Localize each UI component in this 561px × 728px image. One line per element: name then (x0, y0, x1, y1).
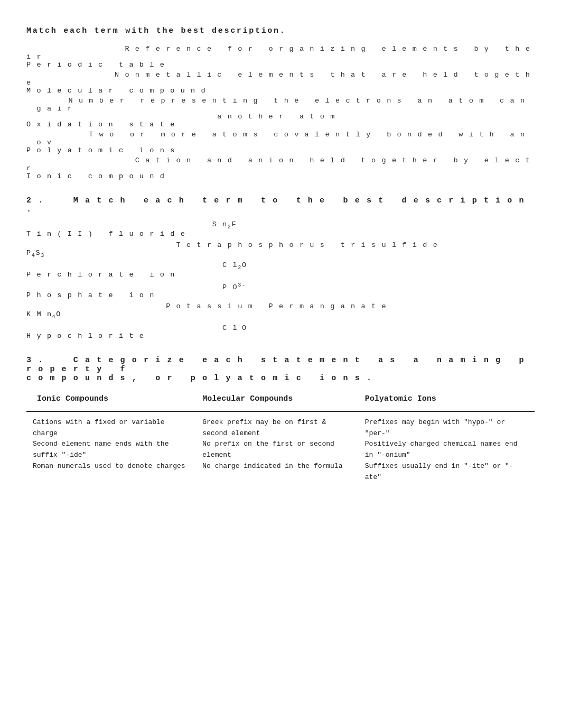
match-pair-5: P o t a s s i u m P e r m a n g a n a t … (26, 302, 535, 320)
match-item-4: T w o o r m o r e a t o m s c o v a l e … (26, 131, 535, 154)
match-pair-1: S n2F T i n ( I I ) f l u o r i d e (26, 220, 535, 238)
section2-title: 2 . M a t c h e a c h t e r m t o t h e … (26, 196, 535, 214)
categorize-row: Cations with a fixed or variable chargeS… (26, 411, 535, 489)
section3-subtitle: c o m p o u n d s , o r p o l y a t o m … (26, 374, 535, 383)
molecular-content: Greek prefix may be on first & second el… (196, 411, 359, 489)
section3: 3 . C a t e g o r i z e e a c h s t a t … (26, 356, 535, 489)
match-item-2: N o n m e t a l l i c e l e m e n t s t … (26, 71, 535, 95)
page-container: Match each term with the best descriptio… (26, 26, 535, 489)
section1-title: Match each term with the best descriptio… (26, 26, 535, 35)
col-header-molecular: Molecular Compounds (196, 389, 359, 411)
col-header-ionic: Ionic Compounds (26, 389, 196, 411)
polyatomic-content: Prefixes may begin with "hypo-" or "per-… (359, 411, 535, 489)
match-pair-6: C l-O H y p o c h l o r i t e (26, 322, 535, 340)
categorize-table: Ionic Compounds Molecular Compounds Poly… (26, 389, 535, 489)
match-pair-2: T e t r a p h o s p h o r u s t r i s u … (26, 241, 535, 259)
match-pair-4: P O3- P h o s p h a t e i o n (26, 282, 535, 299)
section2: 2 . M a t c h e a c h t e r m t o t h e … (26, 196, 535, 340)
ionic-content: Cations with a fixed or variable chargeS… (26, 411, 196, 489)
section1: Match each term with the best descriptio… (26, 26, 535, 180)
match-item-5: C a t i o n a n d a n i o n h e l d t o … (26, 156, 535, 180)
match-item-3: N u m b e r r e p r e s e n t i n g t h … (26, 97, 535, 128)
match-item-1: R e f e r e n c e f o r o r g a n i z i … (26, 45, 535, 69)
col-header-polyatomic: Polyatomic Ions (359, 389, 535, 411)
section3-title: 3 . C a t e g o r i z e e a c h s t a t … (26, 356, 535, 374)
match-pair-3: C l2O P e r c h l o r a t e i o n (26, 261, 535, 279)
